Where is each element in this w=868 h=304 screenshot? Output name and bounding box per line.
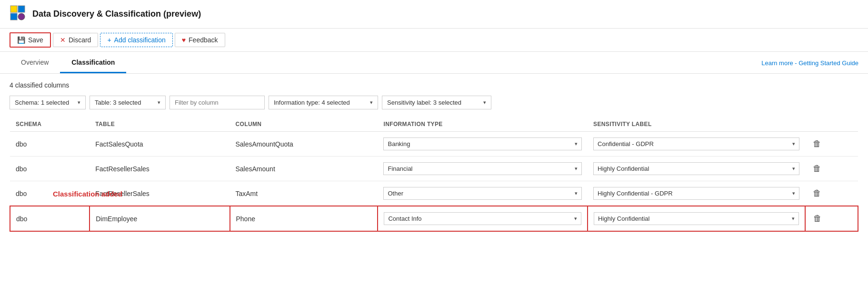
sensitivity-value: Highly Confidential bbox=[598, 215, 649, 222]
content-area: 4 classified columns Schema: 1 selected … bbox=[0, 74, 868, 239]
info-type-value: Financial bbox=[388, 165, 412, 172]
sensitivity-value: Confidential - GDPR bbox=[598, 140, 654, 147]
cell-delete: 🗑 bbox=[805, 181, 858, 206]
cell-info-type: Financial▾ bbox=[378, 157, 588, 181]
discard-button[interactable]: ✕ Discard bbox=[53, 33, 98, 47]
table-row: dboDimEmployeePhoneContact Info▾Highly C… bbox=[10, 206, 858, 231]
trash-icon: 🗑 bbox=[813, 214, 822, 223]
save-icon: 💾 bbox=[17, 36, 25, 44]
col-header-info-type: INFORMATION TYPE bbox=[378, 117, 588, 132]
col-header-schema: SCHEMA bbox=[10, 117, 90, 132]
save-button[interactable]: 💾 Save bbox=[10, 32, 51, 48]
table-chevron-icon: ▾ bbox=[158, 99, 160, 106]
info-type-value: Contact Info bbox=[388, 215, 421, 222]
info-type-filter[interactable]: Information type: 4 selected ▾ bbox=[269, 96, 378, 109]
info-type-select-chevron: ▾ bbox=[575, 166, 578, 172]
cell-schema: dbo bbox=[10, 157, 90, 181]
sensitivity-select-chevron: ▾ bbox=[792, 166, 795, 172]
toolbar: 💾 Save ✕ Discard + Add classification ♥ … bbox=[0, 29, 868, 52]
discard-icon: ✕ bbox=[60, 36, 66, 44]
add-classification-button[interactable]: + Add classification bbox=[100, 33, 172, 47]
schema-chevron-icon: ▾ bbox=[78, 99, 80, 106]
app-icon bbox=[10, 5, 32, 23]
info-type-value: Other bbox=[388, 190, 403, 197]
page-title: Data Discovery & Classification (preview… bbox=[32, 9, 201, 19]
cell-column: SalesAmountQuota bbox=[230, 132, 378, 157]
cell-schema: dbo bbox=[10, 132, 90, 157]
svg-rect-2 bbox=[10, 13, 17, 20]
tab-classification[interactable]: Classification bbox=[60, 52, 126, 73]
cell-column: TaxAmt bbox=[230, 181, 378, 206]
cell-info-type: Other▾ bbox=[378, 181, 588, 206]
svg-rect-1 bbox=[18, 6, 25, 12]
feedback-button[interactable]: ♥ Feedback bbox=[175, 33, 225, 47]
table-row: dboClassification addedFactResellerSales… bbox=[10, 181, 858, 206]
tabs: Overview Classification bbox=[10, 52, 126, 73]
trash-icon: 🗑 bbox=[813, 188, 821, 198]
title-bar: Data Discovery & Classification (preview… bbox=[0, 0, 868, 29]
cell-table: DimEmployee bbox=[90, 206, 229, 231]
info-type-select-chevron: ▾ bbox=[574, 216, 577, 222]
delete-row-button[interactable]: 🗑 bbox=[811, 164, 823, 174]
info-type-select[interactable]: Financial▾ bbox=[383, 162, 582, 175]
cell-sensitivity: Highly Confidential▾ bbox=[588, 157, 805, 181]
col-header-sensitivity: SENSITIVITY LABEL bbox=[588, 117, 805, 132]
table-filter[interactable]: Table: 3 selected ▾ bbox=[90, 96, 166, 109]
column-filter-input[interactable] bbox=[170, 96, 265, 109]
table-row: dboFactResellerSalesSalesAmountFinancial… bbox=[10, 157, 858, 181]
classification-table: SCHEMA TABLE COLUMN INFORMATION TYPE SEN… bbox=[10, 117, 858, 232]
cell-info-type: Contact Info▾ bbox=[378, 206, 588, 231]
cell-delete: 🗑 bbox=[805, 206, 858, 231]
cell-sensitivity: Highly Confidential - GDPR▾ bbox=[588, 181, 805, 206]
info-type-select[interactable]: Banking▾ bbox=[383, 137, 582, 150]
svg-rect-0 bbox=[10, 6, 17, 12]
feedback-icon: ♥ bbox=[182, 36, 186, 44]
cell-delete: 🗑 bbox=[805, 132, 858, 157]
filters-row: Schema: 1 selected ▾ Table: 3 selected ▾… bbox=[10, 96, 858, 109]
col-header-action bbox=[805, 117, 858, 132]
table-header-row: SCHEMA TABLE COLUMN INFORMATION TYPE SEN… bbox=[10, 117, 858, 132]
cell-schema: dbo bbox=[10, 206, 90, 231]
cell-column: Phone bbox=[230, 206, 378, 231]
col-header-table: TABLE bbox=[90, 117, 229, 132]
sensitivity-select-chevron: ▾ bbox=[792, 216, 795, 222]
svg-point-3 bbox=[18, 13, 25, 20]
info-type-chevron-icon: ▾ bbox=[370, 99, 373, 106]
sensitivity-select[interactable]: Highly Confidential - GDPR▾ bbox=[593, 187, 799, 200]
cell-table: FactSalesQuota bbox=[90, 132, 229, 157]
classified-count: 4 classified columns bbox=[10, 81, 858, 89]
cell-info-type: Banking▾ bbox=[378, 132, 588, 157]
cell-table: FactResellerSales bbox=[90, 157, 229, 181]
info-type-select-chevron: ▾ bbox=[575, 141, 578, 147]
schema-filter[interactable]: Schema: 1 selected ▾ bbox=[10, 96, 86, 109]
learn-more-link[interactable]: Learn more - Getting Started Guide bbox=[761, 59, 858, 73]
tabs-area: Overview Classification Learn more - Get… bbox=[0, 52, 868, 74]
delete-row-button[interactable]: 🗑 bbox=[811, 214, 824, 224]
sensitivity-value: Highly Confidential bbox=[598, 165, 649, 172]
trash-icon: 🗑 bbox=[813, 164, 821, 173]
sensitivity-value: Highly Confidential - GDPR bbox=[598, 190, 673, 197]
sensitivity-chevron-icon: ▾ bbox=[483, 99, 486, 106]
info-type-select[interactable]: Other▾ bbox=[383, 187, 582, 200]
cell-sensitivity: Confidential - GDPR▾ bbox=[588, 132, 805, 157]
sensitivity-select-chevron: ▾ bbox=[792, 190, 795, 196]
sensitivity-select[interactable]: Highly Confidential▾ bbox=[593, 162, 799, 175]
delete-row-button[interactable]: 🗑 bbox=[811, 188, 823, 198]
notification-badge: Classification added bbox=[53, 189, 122, 197]
cell-column: SalesAmount bbox=[230, 157, 378, 181]
trash-icon: 🗑 bbox=[813, 139, 821, 148]
data-table-wrapper: SCHEMA TABLE COLUMN INFORMATION TYPE SEN… bbox=[10, 117, 858, 232]
table-row: dboFactSalesQuotaSalesAmountQuotaBanking… bbox=[10, 132, 858, 157]
sensitivity-select-chevron: ▾ bbox=[792, 141, 795, 147]
sensitivity-select[interactable]: Highly Confidential▾ bbox=[594, 212, 799, 225]
sensitivity-filter[interactable]: Sensitivity label: 3 selected ▾ bbox=[382, 96, 491, 109]
delete-row-button[interactable]: 🗑 bbox=[811, 139, 823, 149]
cell-schema: dboClassification added bbox=[10, 181, 90, 206]
info-type-value: Banking bbox=[388, 140, 410, 147]
info-type-select[interactable]: Contact Info▾ bbox=[384, 212, 581, 225]
col-header-column: COLUMN bbox=[230, 117, 378, 132]
sensitivity-select[interactable]: Confidential - GDPR▾ bbox=[593, 137, 799, 150]
tab-overview[interactable]: Overview bbox=[10, 52, 60, 73]
cell-sensitivity: Highly Confidential▾ bbox=[588, 206, 805, 231]
info-type-select-chevron: ▾ bbox=[575, 190, 578, 196]
